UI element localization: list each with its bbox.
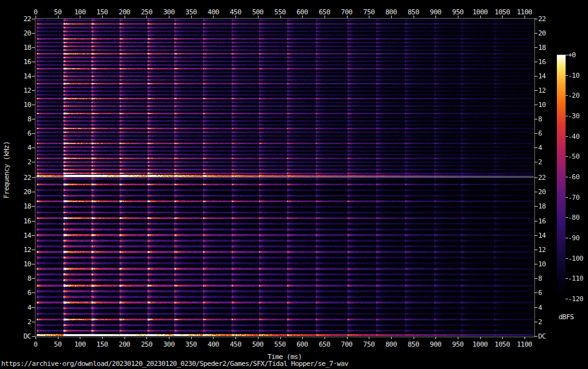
- x-tick-mark-bottom: [458, 337, 458, 339]
- x-tick-mark-bottom: [125, 337, 125, 339]
- x-tick-label-bottom: 450: [223, 340, 248, 348]
- y-tick-label-left: DC: [9, 332, 31, 340]
- x-tick-mark-top: [125, 16, 125, 18]
- colorbar-tick-mark: [566, 75, 568, 76]
- y-tick-label-right: 22: [538, 15, 561, 23]
- y-tick-mark-left: [32, 162, 35, 162]
- y-tick-mark-left: [32, 322, 35, 322]
- x-tick-mark-top: [235, 16, 236, 18]
- y-tick-label-right: 18: [538, 202, 561, 210]
- y-tick-label-right: 4: [538, 144, 561, 152]
- y-tick-label-right: 12: [538, 246, 561, 254]
- y-tick-label-left: 16: [9, 217, 31, 225]
- y-tick-mark-left: [32, 192, 35, 192]
- y-tick-mark-left: [32, 235, 35, 236]
- y-tick-mark-right: [534, 33, 538, 34]
- colorbar-tick-label: -110: [568, 274, 584, 283]
- x-tick-label-bottom: 250: [134, 340, 159, 348]
- x-tick-mark-top: [369, 16, 369, 18]
- y-tick-label-left: 14: [9, 72, 31, 80]
- colorbar-tick-label: -120: [568, 295, 584, 303]
- y-tick-mark-left: [32, 278, 35, 279]
- y-tick-mark-left: [32, 133, 35, 134]
- y-tick-label-right: 18: [538, 44, 561, 52]
- y-tick-label-right: 6: [538, 289, 561, 297]
- x-tick-mark-bottom: [302, 337, 303, 339]
- x-tick-mark-bottom: [524, 337, 525, 339]
- colorbar-tick-label: +0: [568, 51, 576, 59]
- y-tick-mark-left: [32, 206, 35, 207]
- y-tick-mark-right: [534, 250, 538, 250]
- y-tick-label-right: 20: [538, 188, 561, 196]
- colorbar-tick-label: -40: [568, 133, 579, 141]
- y-tick-label-left: 10: [9, 260, 31, 268]
- y-tick-mark-right: [534, 322, 538, 322]
- y-tick-label-left: 14: [9, 231, 31, 240]
- x-tick-mark-top: [146, 16, 147, 18]
- y-tick-mark-right: [534, 19, 538, 19]
- y-tick-mark-left: [32, 105, 35, 105]
- x-tick-label-bottom: 150: [90, 340, 115, 348]
- x-tick-mark-bottom: [502, 337, 503, 339]
- x-tick-mark-top: [102, 16, 103, 18]
- colorbar-tick-mark: [566, 278, 568, 279]
- colorbar-tick-label: -80: [568, 213, 579, 222]
- y-tick-label-right: 14: [538, 231, 561, 240]
- colorbar-tick-mark: [566, 299, 568, 299]
- y-tick-mark-right: [534, 221, 538, 222]
- x-tick-mark-bottom: [480, 337, 481, 339]
- y-tick-label-right: 16: [538, 217, 561, 225]
- y-tick-mark-right: [534, 278, 538, 279]
- x-tick-mark-top: [347, 16, 348, 18]
- x-tick-mark-bottom: [58, 337, 59, 339]
- x-tick-label-bottom: 100: [67, 340, 92, 348]
- x-tick-mark-bottom: [435, 337, 436, 339]
- x-tick-mark-bottom: [280, 337, 281, 339]
- y-tick-mark-left: [32, 147, 35, 148]
- colorbar-tick-mark: [566, 258, 568, 259]
- y-tick-label-left: 4: [9, 144, 31, 152]
- y-tick-mark-right: [534, 90, 538, 91]
- x-tick-label-bottom: 950: [445, 340, 470, 348]
- x-tick-mark-bottom: [36, 337, 36, 339]
- y-tick-mark-right: [534, 292, 538, 293]
- y-tick-mark-right: [534, 336, 538, 337]
- y-tick-mark-left: [32, 33, 35, 34]
- colorbar-tick-label: -30: [568, 112, 579, 120]
- x-tick-mark-top: [414, 16, 414, 18]
- y-tick-label-left: 12: [9, 246, 31, 254]
- x-tick-label-bottom: 400: [201, 340, 225, 348]
- colorbar-tick-mark: [566, 156, 568, 157]
- y-tick-mark-right: [534, 62, 538, 62]
- x-tick-mark-top: [36, 16, 36, 18]
- x-tick-mark-bottom: [169, 337, 169, 339]
- y-tick-label-left: 18: [9, 202, 31, 210]
- x-tick-mark-bottom: [325, 337, 325, 339]
- x-tick-mark-top: [435, 16, 436, 18]
- colorbar-tick-label: -70: [568, 194, 579, 202]
- y-tick-label-right: 4: [538, 304, 561, 312]
- colorbar-tick-mark: [566, 136, 568, 137]
- x-tick-mark-top: [191, 16, 192, 18]
- y-tick-mark-right: [534, 177, 538, 178]
- y-tick-mark-right: [534, 162, 538, 162]
- y-tick-label-right: 12: [538, 86, 561, 95]
- y-tick-mark-right: [534, 264, 538, 264]
- spectrogram-channel-bottom-canvas: [36, 177, 534, 336]
- y-tick-label-left: 22: [9, 174, 31, 182]
- colorbar-tick-label: -60: [568, 173, 579, 181]
- y-tick-mark-left: [32, 177, 35, 178]
- x-tick-label-bottom: 800: [379, 340, 404, 348]
- x-tick-label-bottom: 700: [334, 340, 359, 348]
- y-tick-label-left: 2: [9, 158, 31, 166]
- y-tick-label-right: 10: [538, 260, 561, 268]
- x-tick-label-bottom: 750: [356, 340, 381, 348]
- colorbar-tick-mark: [566, 95, 568, 96]
- colorbar-tick-mark: [566, 177, 568, 177]
- y-tick-label-right: 8: [538, 115, 561, 123]
- x-tick-mark-bottom: [258, 337, 258, 339]
- x-tick-label-bottom: 1000: [468, 340, 493, 348]
- spectrogram-channel-top-canvas: [36, 19, 534, 177]
- y-tick-mark-right: [534, 235, 538, 236]
- y-tick-mark-left: [32, 264, 35, 264]
